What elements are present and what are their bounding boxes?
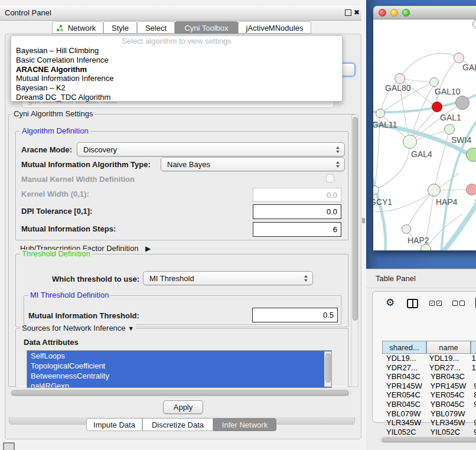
network-node-y[interactable] [466, 184, 476, 195]
split-view-icon[interactable] [407, 299, 418, 308]
select-all-icon[interactable]: ✓ [436, 301, 442, 306]
which-threshold-combobox[interactable]: MI Threshold [143, 271, 313, 285]
algorithm-dropdown-list[interactable]: Select algorithm to view settings Bayesi… [11, 35, 343, 102]
settings-hscroll-thumb[interactable] [11, 390, 349, 396]
table-horizontal-scrollbar[interactable] [380, 436, 476, 443]
table-cell: YPR145W [382, 381, 426, 391]
algorithm-option[interactable]: Bayesian – K2 [11, 83, 342, 93]
network-node-gal[interactable] [454, 53, 464, 63]
data-attributes-label: Data Attributes [24, 338, 79, 347]
select-all-icon[interactable]: ✓ [429, 301, 435, 306]
data-attribute-item[interactable]: TopologicalCoefficient [27, 361, 331, 371]
apply-button[interactable]: Apply [163, 400, 203, 414]
deselect-all-icon[interactable] [452, 301, 458, 306]
network-node-gal4[interactable] [403, 135, 417, 149]
zoom-window-icon[interactable] [402, 9, 410, 17]
tab-cyni-toolbox[interactable]: Cyni Toolbox [175, 21, 238, 34]
sources-title-row[interactable]: Sources for Network Inference ▼ [20, 324, 136, 332]
splitter-handle-icon[interactable] [362, 218, 365, 223]
network-node-gal10[interactable] [429, 77, 439, 87]
float-window-icon[interactable] [345, 9, 351, 16]
mi-threshold-group-title: MI Threshold Definition [28, 291, 110, 299]
tab-jactivemnodules[interactable]: jActiveMNodules [238, 21, 311, 34]
column-header-name[interactable]: name [426, 341, 471, 354]
aracne-mode-combobox[interactable]: Discovery [77, 142, 345, 156]
tab-jactivemnodules-label: jActiveMNodules [246, 24, 304, 32]
kernel-width-field[interactable]: 0.0 [253, 188, 341, 202]
column-header-shared-name[interactable]: shared... [382, 341, 426, 354]
mi-steps-field[interactable]: 6 [253, 222, 341, 237]
table-cell: YIL052C [382, 428, 426, 435]
mi-algorithm-type-combobox[interactable]: Naive Bayes [161, 157, 345, 171]
network-canvas[interactable]: GALGAL80GAL10GAL1GAL11SWI4GAL4GCY1HAP4YH… [373, 19, 476, 250]
table-row[interactable]: YLR345WYLR345W9. [382, 418, 476, 428]
table-cell [471, 372, 476, 381]
table-cell: YIL052C [426, 428, 471, 435]
settings-vscroll-thumb[interactable] [353, 117, 358, 321]
data-attributes-list[interactable]: SelfLoopsTopologicalCoefficientBetweenne… [27, 350, 332, 388]
table-hscroll-thumb[interactable] [382, 438, 476, 442]
node-label: GAL1 [440, 113, 461, 122]
table-row[interactable]: YBL079WYBL079W [382, 409, 476, 419]
table-cell: YDL19... [382, 354, 425, 363]
data-attribute-item[interactable]: gal4RGexp [27, 381, 331, 388]
network-node-swi4[interactable] [444, 124, 455, 135]
node-label: GAL4 [411, 149, 432, 159]
network-node[interactable] [420, 244, 431, 250]
minimized-panel-icon[interactable] [3, 442, 15, 450]
dpi-tolerance-field[interactable]: 0.0 [253, 204, 341, 219]
algorithm-option[interactable]: Mutual Information Inference [11, 74, 342, 83]
network-node-hap4[interactable] [428, 184, 441, 197]
table-body: YDL19...YDL19...13YDR27...YDR27...12YBR0… [382, 354, 476, 435]
network-node[interactable] [472, 19, 476, 29]
attributes-list-scrollbar[interactable] [324, 351, 331, 387]
network-node-gal11[interactable] [376, 109, 385, 118]
table-row[interactable]: YIL052CYIL052C9. [382, 428, 476, 435]
network-window-titlebar[interactable] [373, 6, 476, 19]
tab-select[interactable]: Select [137, 21, 175, 34]
collapse-arrow-icon: ▼ [128, 325, 134, 332]
network-node-gal80[interactable] [395, 73, 405, 84]
algorithm-option[interactable]: Bayesian – Hill Climbing [11, 46, 342, 56]
attributes-scrollbar-thumb[interactable] [325, 353, 331, 383]
network-view-window[interactable]: GALGAL80GAL10GAL1GAL11SWI4GAL4GCY1HAP4YH… [373, 6, 476, 250]
table-row[interactable]: YBR043CYBR043C [382, 372, 476, 381]
table-cell: YDR27... [425, 363, 468, 373]
network-node-gal1[interactable] [432, 102, 442, 112]
table-row[interactable]: YBR045CYBR045C9. [382, 400, 476, 409]
close-window-icon[interactable] [379, 9, 386, 17]
algorithm-dropdown-options: Bayesian – Hill ClimbingBasic Correlatio… [11, 46, 342, 102]
mi-threshold-field[interactable]: 0.5 [252, 308, 338, 322]
tab-network[interactable]: Network [52, 21, 103, 34]
network-node[interactable] [466, 148, 476, 162]
algorithm-option[interactable]: Basic Correlation Inference [11, 56, 342, 65]
node-label: GAL [462, 63, 476, 72]
deselect-all-icon[interactable] [459, 301, 465, 306]
table-row[interactable]: YDR27...YDR27...12 [382, 363, 476, 373]
column-header-cut[interactable]: A [471, 341, 476, 354]
table-row[interactable]: YDL19...YDL19...13 [382, 354, 476, 363]
algorithm-option[interactable]: ARACNE Algorithm [11, 65, 342, 74]
tab-impute-data[interactable]: Impute Data [86, 418, 142, 431]
algorithm-option[interactable]: Dream8 DC_TDC Algorithm [11, 93, 342, 102]
data-attribute-item[interactable]: SelfLoops [27, 351, 331, 361]
table-row[interactable]: YPR145WYPR145W9. [382, 381, 476, 391]
combo-arrows-icon [304, 275, 308, 282]
tab-infer-network[interactable]: Infer Network [213, 418, 276, 431]
manual-kernel-width-checkbox[interactable] [326, 174, 334, 182]
tab-style[interactable]: Style [103, 21, 137, 34]
table-panel: Table Panel ⚙ ✓ ✓ shared... name A YDL19… [366, 269, 476, 450]
network-node-gcy1[interactable] [373, 185, 379, 195]
gear-icon[interactable]: ⚙ [386, 298, 395, 308]
table-cell: YLR345W [382, 418, 426, 428]
close-panel-icon[interactable]: ✖ [354, 5, 360, 20]
settings-vertical-scrollbar[interactable] [351, 115, 358, 387]
tab-discretize-data[interactable]: Discretize Data [142, 418, 213, 431]
network-node[interactable] [455, 96, 470, 110]
settings-horizontal-scrollbar[interactable] [9, 389, 351, 396]
data-attribute-item[interactable]: BetweennessCentrality [27, 371, 331, 381]
table-cell: 9. [470, 428, 476, 435]
minimize-window-icon[interactable] [390, 9, 398, 17]
network-node-hap2[interactable] [402, 224, 411, 234]
table-row[interactable]: YER054CYER054C8. [382, 390, 476, 400]
